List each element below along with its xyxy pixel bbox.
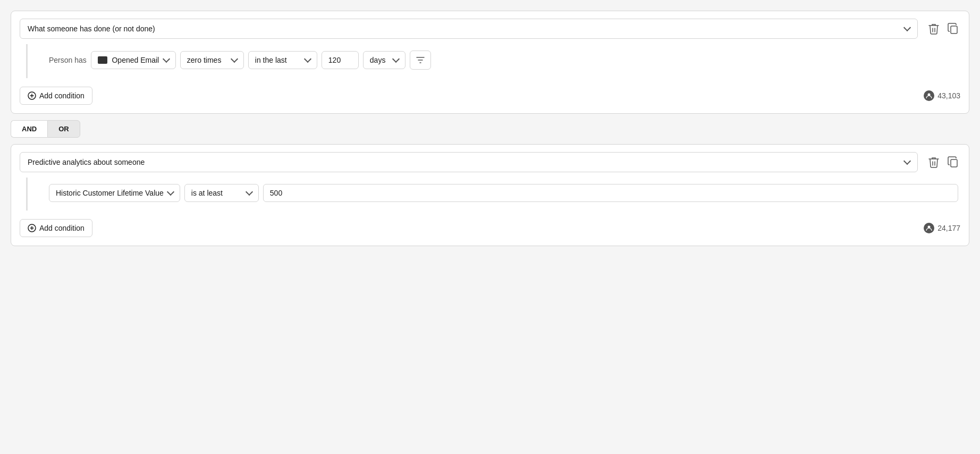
block1-filter-button[interactable] xyxy=(410,51,431,70)
svg-rect-3 xyxy=(951,159,957,167)
block1-times-label: zero times xyxy=(187,56,222,64)
block2-count-value: 24,177 xyxy=(937,224,960,232)
copy-icon xyxy=(948,23,958,35)
copy-icon-2 xyxy=(948,156,958,168)
block1-count-icon xyxy=(924,90,934,101)
block1-days-dropdown[interactable]: days xyxy=(363,51,405,69)
block2-count-display: 24,177 xyxy=(924,223,960,233)
block1-times-chevron xyxy=(231,55,238,63)
and-or-toggle: AND OR xyxy=(11,120,969,138)
block1-days-chevron xyxy=(392,55,400,63)
filter-icon xyxy=(416,55,425,65)
block1-type-dropdown[interactable]: What someone has done (or not done) xyxy=(20,19,918,39)
and-button[interactable]: AND xyxy=(11,120,47,138)
block1-period-dropdown[interactable]: in the last xyxy=(248,51,317,69)
user-icon xyxy=(926,93,932,99)
block2-count-icon xyxy=(924,223,934,233)
block2-value-input[interactable] xyxy=(263,184,958,202)
block2-copy-button[interactable] xyxy=(945,154,960,170)
block2-header: Predictive analytics about someone xyxy=(11,145,969,180)
block2-metric-chevron xyxy=(167,188,174,196)
block1-header: What someone has done (or not done) xyxy=(11,11,969,46)
block1-copy-button[interactable] xyxy=(945,21,960,37)
delete-icon xyxy=(928,23,939,35)
block1-person-has-label: Person has xyxy=(49,56,87,64)
block2-metric-label: Historic Customer Lifetime Value xyxy=(56,189,164,197)
block2-type-dropdown[interactable]: Predictive analytics about someone xyxy=(20,152,918,172)
block2-add-condition-label: Add condition xyxy=(39,224,85,232)
block2-condition-row: Historic Customer Lifetime Value is at l… xyxy=(26,178,969,211)
block1-actions xyxy=(926,21,960,37)
block2-metric-dropdown[interactable]: Historic Customer Lifetime Value xyxy=(49,184,180,202)
svg-rect-0 xyxy=(951,26,957,33)
block1-add-condition-button[interactable]: Add condition xyxy=(20,87,92,105)
block2-type-chevron xyxy=(903,157,911,165)
block1-period-label: in the last xyxy=(255,56,287,64)
block1-email-chevron xyxy=(163,55,170,63)
condition-block-2: Predictive analytics about someone Histo… xyxy=(11,144,969,246)
block2-delete-button[interactable] xyxy=(926,154,941,170)
block1-count-display: 43,103 xyxy=(924,90,960,101)
block2-condition-chevron xyxy=(246,188,253,196)
block1-days-label: days xyxy=(370,56,386,64)
add-circle-icon xyxy=(28,91,36,100)
block2-type-label: Predictive analytics about someone xyxy=(28,158,145,166)
block2-add-condition-button[interactable]: Add condition xyxy=(20,219,92,237)
block1-condition-row: Person has Opened Email zero times in th… xyxy=(26,44,969,78)
condition-block-1: What someone has done (or not done) Pers… xyxy=(11,11,969,114)
block1-footer: Add condition 43,103 xyxy=(11,80,969,113)
add-circle-icon-2 xyxy=(28,224,36,232)
block1-add-condition-label: Add condition xyxy=(39,91,85,100)
block1-count-value: 43,103 xyxy=(937,91,960,100)
block1-number-input[interactable] xyxy=(322,51,359,69)
user-icon-2 xyxy=(926,225,932,231)
block1-email-dropdown[interactable]: Opened Email xyxy=(91,51,176,69)
block2-condition-label: is at least xyxy=(191,189,223,197)
block1-type-label: What someone has done (or not done) xyxy=(28,24,155,33)
block1-delete-button[interactable] xyxy=(926,21,941,37)
block2-actions xyxy=(926,154,960,170)
block1-period-chevron xyxy=(304,55,311,63)
block1-email-label: Opened Email xyxy=(112,56,159,64)
block2-footer: Add condition 24,177 xyxy=(11,213,969,246)
block1-type-chevron xyxy=(903,24,911,31)
block1-times-dropdown[interactable]: zero times xyxy=(180,51,244,69)
delete-icon-2 xyxy=(928,156,939,168)
email-icon xyxy=(98,56,107,64)
or-button[interactable]: OR xyxy=(47,120,80,138)
block2-condition-dropdown[interactable]: is at least xyxy=(184,184,259,202)
